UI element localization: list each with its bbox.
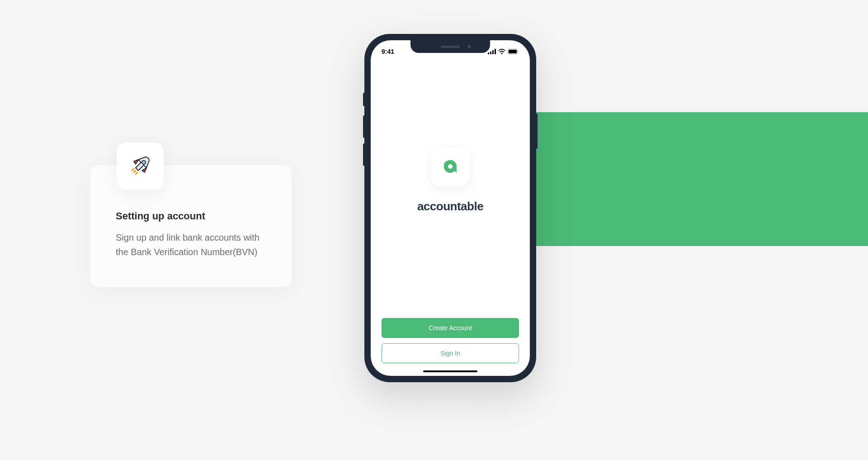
feature-icon-container xyxy=(117,142,164,190)
notch-camera xyxy=(467,45,471,48)
home-indicator[interactable] xyxy=(423,370,477,372)
accountable-logo-icon xyxy=(441,157,459,175)
phone-mute-switch xyxy=(363,93,365,106)
phone-volume-up xyxy=(363,115,365,138)
status-icons-group xyxy=(488,49,519,54)
svg-rect-2 xyxy=(490,52,491,54)
phone-screen: 9:41 xyxy=(371,40,530,376)
rocket-icon xyxy=(127,153,153,179)
phone-volume-down xyxy=(363,143,365,166)
phone-power-button xyxy=(536,114,538,149)
status-time: 9:41 xyxy=(382,48,394,55)
svg-point-8 xyxy=(448,164,453,169)
notch-speaker xyxy=(441,46,460,48)
svg-rect-3 xyxy=(492,50,494,54)
phone-mockup: 9:41 xyxy=(364,34,536,382)
wifi-icon xyxy=(498,49,505,54)
feature-title: Setting up account xyxy=(116,210,273,222)
app-logo-container xyxy=(431,147,470,186)
phone-notch xyxy=(410,40,490,53)
signal-icon xyxy=(488,49,496,54)
button-group: Create Account Sign In xyxy=(382,318,519,363)
svg-point-0 xyxy=(142,161,146,164)
sign-in-button[interactable]: Sign In xyxy=(382,343,519,363)
logo-section: accountable xyxy=(417,42,483,318)
feature-description: Sign up and link bank accounts with the … xyxy=(116,230,273,259)
svg-rect-4 xyxy=(495,49,496,54)
app-name: accountable xyxy=(417,199,483,213)
svg-rect-6 xyxy=(509,50,517,53)
app-content: accountable Create Account Sign In xyxy=(371,60,530,376)
battery-icon xyxy=(508,49,519,54)
svg-rect-1 xyxy=(488,52,489,54)
accent-background-block xyxy=(531,112,868,246)
create-account-button[interactable]: Create Account xyxy=(382,318,519,338)
